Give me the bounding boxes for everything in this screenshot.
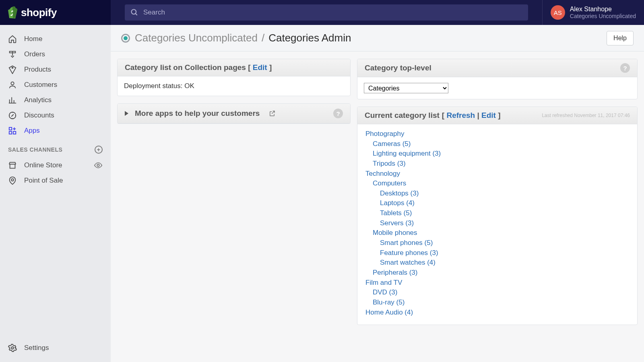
sidebar-item-apps[interactable]: Apps [0,123,111,138]
category-link[interactable]: DVD (3) [373,288,397,296]
discounts-icon [8,111,17,120]
last-refreshed: Last refreshed November 11, 2017 07:46 [542,113,630,118]
svg-point-0 [132,10,136,14]
analytics-icon [8,96,17,105]
sidebar-item-label: Apps [24,127,40,135]
app-bullet-icon [121,34,130,43]
panel-title: Category top-level [365,64,431,72]
panel-category-top-level: Category top-level ? Categories [357,59,638,99]
category-link[interactable]: Cameras (5) [373,140,411,148]
help-icon[interactable]: ? [333,109,343,118]
category-link[interactable]: Desktops (3) [380,189,419,197]
category-link[interactable]: Film and TV [365,279,402,286]
panel-collection-categories: Category list on Collection pages [ Edit… [117,59,351,96]
sidebar-item-label: Home [24,35,42,43]
sidebar-item-label: Customers [24,81,57,89]
svg-rect-7 [9,132,12,134]
category-link[interactable]: Photography [365,130,404,138]
deployment-status: Deployment status: OK [118,76,350,96]
edit-link[interactable]: Edit [253,63,267,72]
sales-channels-header: SALES CHANNELS + [0,138,111,158]
logo[interactable]: shopify [0,0,111,25]
category-link[interactable]: Tripods (3) [373,160,406,167]
category-link[interactable]: Home Audio (4) [365,309,413,316]
apps-icon [8,126,17,135]
category-link[interactable]: Servers (3) [380,219,414,227]
sidebar-item-online-store[interactable]: Online Store [0,158,111,173]
sidebar-item-label: Discounts [24,111,54,119]
panel-current-category-list: Current category list [ Refresh | Edit ]… [357,107,638,325]
external-link-icon[interactable] [268,110,276,117]
help-icon[interactable]: ? [620,63,630,73]
sidebar-item-analytics[interactable]: Analytics [0,93,111,108]
page-header: Categories Uncomplicated / Categories Ad… [111,25,644,51]
search-icon [130,8,138,16]
sidebar-item-point-of-sale[interactable]: Point of Sale [0,173,111,188]
user-menu[interactable]: AS Alex Stanhope Categories Uncomplicate… [542,0,644,25]
panel-title: More apps to help your customers [135,109,260,118]
user-name: Alex Stanhope [570,5,636,13]
sidebar-item-label: Analytics [24,96,52,104]
svg-point-9 [11,179,14,181]
svg-rect-5 [9,128,12,130]
svg-rect-6 [13,132,16,134]
svg-point-8 [97,164,99,167]
sidebar-item-settings[interactable]: Settings [0,339,111,362]
sidebar-item-label: Products [24,66,51,74]
panel-title: Current category list [365,111,440,120]
breadcrumb-sep: / [262,32,264,44]
chevron-right-icon[interactable] [125,111,128,116]
category-link[interactable]: Mobile phones [373,229,417,237]
user-store: Categories Uncomplicated [570,13,636,20]
category-link[interactable]: Technology [365,170,400,177]
sidebar-item-discounts[interactable]: Discounts [0,108,111,123]
sidebar-item-label: Online Store [24,161,94,169]
sidebar-item-orders[interactable]: Orders [0,47,111,62]
breadcrumb-app[interactable]: Categories Uncomplicated [135,32,258,44]
eye-icon[interactable] [94,161,103,170]
category-link[interactable]: Tablets (5) [380,209,412,217]
panel-more-apps: More apps to help your customers ? [117,103,351,124]
category-tree: PhotographyCameras (5)Lighting equipment… [357,124,637,325]
sidebar-item-customers[interactable]: Customers [0,77,111,93]
shopify-bag-icon [7,6,18,19]
sidebar-item-label: Settings [24,344,49,352]
avatar: AS [551,5,565,20]
category-link[interactable]: Blu-ray (5) [373,298,405,306]
help-button[interactable]: Help [607,31,634,45]
add-channel-button[interactable]: + [95,146,103,154]
search-wrap [111,4,542,21]
category-link[interactable]: Feature phones (3) [380,249,438,257]
svg-point-3 [11,82,14,85]
category-link[interactable]: Laptops (4) [380,199,415,207]
category-link[interactable]: Peripherals (3) [373,269,418,276]
svg-point-10 [11,347,14,349]
category-link[interactable]: Smart phones (5) [380,239,433,247]
search-input[interactable] [143,8,522,16]
sales-channels-label: SALES CHANNELS [8,146,62,153]
svg-line-1 [136,14,137,15]
products-icon [8,65,17,74]
gear-icon [8,343,17,352]
sidebar-item-products[interactable]: Products [0,62,111,77]
sidebar: Home Orders Products Customers Analytics… [0,25,111,362]
customers-icon [8,80,17,89]
category-link[interactable]: Computers [373,179,406,187]
svg-point-2 [12,67,13,68]
main-content: Categories Uncomplicated / Categories Ad… [111,25,644,362]
category-link[interactable]: Lighting equipment (3) [373,150,441,157]
category-link[interactable]: Smart watches (4) [380,259,436,266]
breadcrumb-page: Categories Admin [268,32,351,44]
search-bar[interactable] [125,4,528,21]
edit-link[interactable]: Edit [481,111,496,119]
top-level-select[interactable]: Categories [364,83,448,93]
panel-title: Category list on Collection pages [ Edit… [125,63,272,72]
sidebar-item-home[interactable]: Home [0,31,111,47]
refresh-link[interactable]: Refresh [446,111,475,119]
topbar: shopify AS Alex Stanhope Categories Unco… [0,0,644,25]
home-icon [8,35,17,43]
online-store-icon [8,161,17,170]
sidebar-item-label: Orders [24,50,45,58]
brand-name: shopify [21,6,57,19]
pos-icon [8,176,17,185]
